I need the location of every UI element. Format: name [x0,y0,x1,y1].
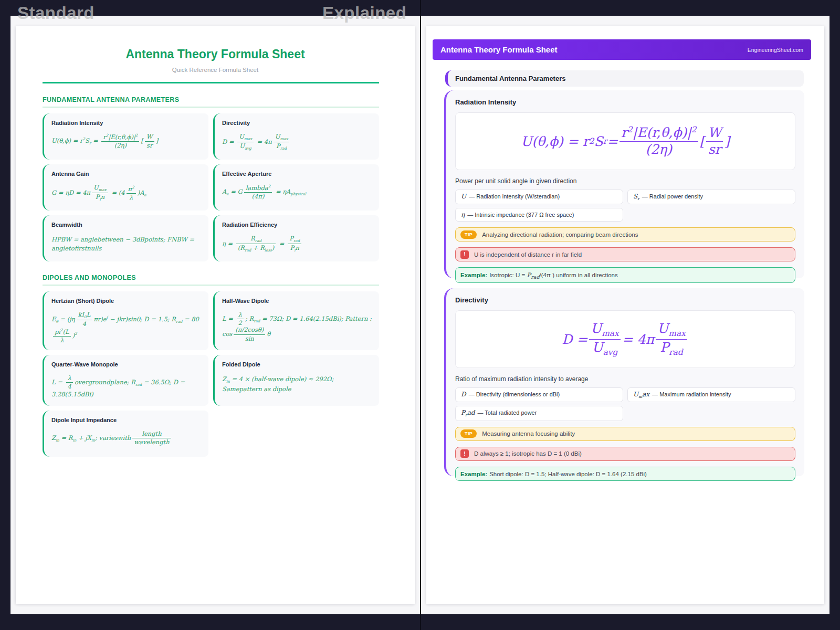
card-formula: η = Rrad(Rrad + Rloss) = PradPin [222,235,372,253]
page-subtitle: Quick Reference Formula Sheet [16,67,415,73]
card-formula: Eθ = (jηkI0L4πr)e( − jkr)sinθ; D = 1.5; … [51,311,201,344]
variable-description: — Intrinsic impedance (377 Ω free space) [467,212,574,218]
example-text: Isotropic: U = Prad/(4π ) uniform in all… [489,272,618,278]
variable-description: — Directivity (dimensionless or dBi) [469,391,560,397]
comparison-label-explained: Explained [322,3,406,23]
explained-formula-sheet-page: Antenna Theory Formula Sheet Engineering… [426,26,824,604]
variable-description: — Radiation intensity (W/steradian) [469,193,560,200]
card-title: Antenna Gain [51,171,201,177]
explained-panel: Antenna Theory Formula Sheet Engineering… [421,16,830,614]
card-formula: U(θ,ϕ) = r2Sr = r2|E(r,θ,ϕ)|2(2η)[Wsr] [51,133,201,149]
card-formula: G = ηD = 4πUmaxPin = (4π2λ)Ae [51,184,201,202]
variable-description: — Total radiated power [477,410,537,416]
example-label: Example: [460,471,487,477]
card-formula: HPBW = anglebetween − 3dBpoints; FNBW = … [51,235,201,254]
card-title: Half-Wave Dipole [222,298,372,304]
example-box: Example:Short dipole: D = 1.5; Half-wave… [455,467,795,481]
formula-card-grid: Radiation Intensity U(θ,ϕ) = r2Sr = r2|E… [43,113,379,261]
card-formula: D = UmaxUavg = 4πUmaxPrad [222,133,372,151]
card-title: Folded Dipole [222,361,372,368]
tip-badge: TIP [460,230,477,239]
warning-text: U is independent of distance r in far fi… [474,251,582,258]
formula-display: U(θ,ϕ) = r2Sr = r2|E(r,θ,ϕ)|2(2η)[Wsr] [455,112,795,170]
variable-symbol: η [461,211,465,218]
formula-card: Quarter-Wave Monopole L = λ4overgroundpl… [43,355,208,406]
title-rule [43,82,379,83]
card-title: Radiation Intensity [51,120,201,126]
card-title: Radiation Efficiency [222,222,372,228]
formula-card-grid: Hertzian (Short) Dipole Eθ = (jηkI0L4πr)… [43,291,379,457]
formula-card: Radiation Efficiency η = Rrad(Rrad + Rlo… [213,215,379,261]
tip-box: TIP Analyzing directional radiation; com… [455,227,795,242]
formula-display: D = UmaxUavg = 4πUmaxPrad [455,310,795,368]
warning-box: ! D always ≥ 1; isotropic has D = 1 (0 d… [455,447,795,461]
sheet-header-title: Antenna Theory Formula Sheet [440,45,558,54]
variable-symbol: Prad [461,409,475,417]
formula-card: Directivity D = UmaxUavg = 4πUmaxPrad [213,113,379,160]
variable-symbol: U [461,193,466,200]
formula-card: Radiation Intensity U(θ,ϕ) = r2Sr = r2|E… [43,113,208,160]
variable-grid: D — Directivity (dimensionless or dBi) U… [455,387,795,421]
card-formula: L = λ2; Rrad = 73Ω; D = 1.64(2.15dBi); P… [222,311,372,342]
warning-icon: ! [460,449,469,458]
formula-card: Folded Dipole Zin = 4 × (half-wave dipol… [213,355,379,406]
concept-card: Radiation Intensity U(θ,ϕ) = r2Sr = r2|E… [444,90,804,278]
variable-box: Prad — Total radiated power [455,406,623,421]
formula-card: Half-Wave Dipole L = λ2; Rrad = 73Ω; D =… [213,291,379,350]
split-divider [420,0,421,630]
card-formula: Ae = Glambda2(4π) = ηAphysical [222,184,372,200]
standard-formula-sheet-page: Antenna Theory Formula Sheet Quick Refer… [16,26,415,604]
variable-box: U — Radiation intensity (W/steradian) [455,190,623,204]
variable-box: Umax — Maximum radiation intensity [627,387,795,402]
tip-badge: TIP [460,429,477,438]
example-text: Short dipole: D = 1.5; Half-wave dipole:… [489,471,647,477]
card-title: Effective Aperture [222,171,372,177]
warning-icon: ! [460,250,469,259]
tip-box: TIP Measuring antenna focusing ability [455,427,795,441]
card-title: Quarter-Wave Monopole [51,361,201,368]
sheet-header: Antenna Theory Formula Sheet Engineering… [433,39,811,60]
concept-title: Radiation Intensity [455,98,795,106]
comparison-label-standard: Standard [17,3,94,23]
variable-box: η — Intrinsic impedance (377 Ω free spac… [455,208,623,222]
formula-card: Effective Aperture Ae = Glambda2(4π) = η… [213,164,379,211]
concept-card: Directivity D = UmaxUavg = 4πUmaxPrad Ra… [444,288,804,476]
card-title: Hertzian (Short) Dipole [51,298,201,304]
tip-text: Measuring antenna focusing ability [482,430,575,437]
concept-description: Power per unit solid angle in given dire… [455,177,795,185]
formula-card: Dipole Input Impedance Zin = Rin + jXin;… [43,411,208,457]
card-title: Dipole Input Impedance [51,417,201,423]
example-label: Example: [460,272,487,278]
card-title: Beamwidth [51,222,201,228]
formula-card: Hertzian (Short) Dipole Eθ = (jηkI0L4πr)… [43,291,208,350]
card-formula: Zin = 4 × (half-wave dipole) ≈ 292Ω; Sam… [222,375,372,394]
formula-card: Antenna Gain G = ηD = 4πUmaxPin = (4π2λ)… [43,164,208,211]
variable-box: Sr — Radial power density [627,190,795,204]
formula-card: Beamwidth HPBW = anglebetween − 3dBpoint… [43,215,208,261]
card-formula: L = λ4overgroundplane; Rrad = 36.5Ω; D =… [51,375,201,400]
section-heading-fundamental: FUNDAMENTAL ANTENNA PARAMETERS [43,96,379,108]
card-title: Directivity [222,120,372,126]
variable-description: — Maximum radiation intensity [652,391,731,397]
example-box: Example:Isotropic: U = Prad/(4π ) unifor… [455,267,795,282]
variable-description: — Radial power density [642,193,703,200]
warning-box: ! U is independent of distance r in far … [455,247,795,261]
page-title: Antenna Theory Formula Sheet [16,47,415,61]
concept-description: Ratio of maximum radiation intensity to … [455,375,795,383]
section-heading-dipoles: DIPOLES AND MONOPOLES [43,274,379,286]
variable-symbol: Sr [633,193,639,201]
tip-text: Analyzing directional radiation; compari… [482,232,638,238]
warning-text: D always ≥ 1; isotropic has D = 1 (0 dBi… [474,450,582,457]
concept-title: Directivity [455,296,795,304]
card-formula: Zin = Rin + jXin; varieswithlengthwavele… [51,430,201,446]
site-link[interactable]: EngineeringSheet.com [748,47,803,53]
variable-box: D — Directivity (dimensionless or dBi) [455,387,623,402]
variable-symbol: D [461,391,466,398]
standard-panel: Antenna Theory Formula Sheet Quick Refer… [10,16,420,614]
variable-grid: U — Radiation intensity (W/steradian) Sr… [455,190,795,222]
section-banner: Fundamental Antenna Parameters [445,70,804,87]
variable-symbol: Umax [633,391,649,399]
